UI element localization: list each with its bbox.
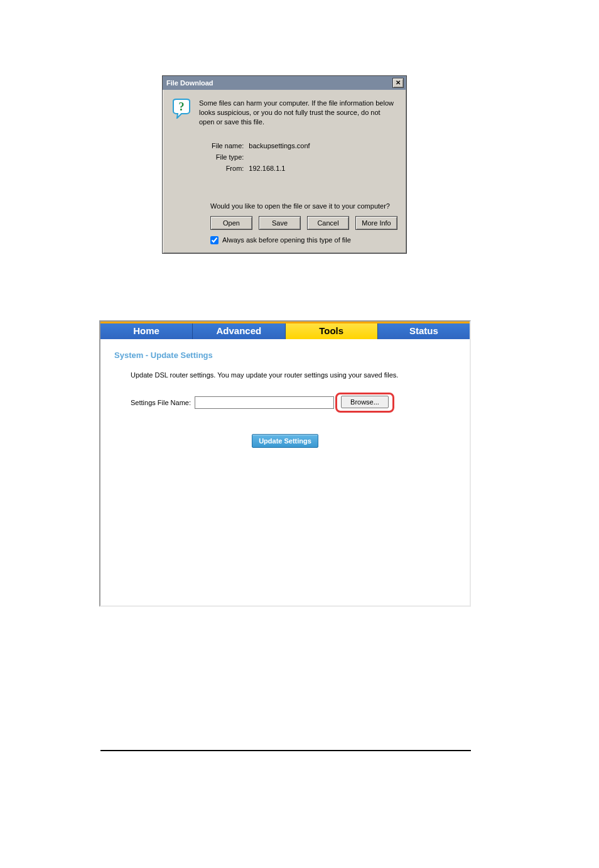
tab-advanced-label: Advanced	[217, 325, 262, 336]
tabbar: Home Advanced Tools Status	[100, 322, 470, 339]
panel-body: System - Update Settings Update DSL rout…	[100, 339, 470, 454]
tab-status[interactable]: Status	[378, 322, 470, 339]
save-button[interactable]: Save	[259, 216, 301, 230]
always-ask-checkbox[interactable]	[210, 236, 219, 244]
settings-file-input[interactable]	[195, 396, 334, 409]
filename-value: backupsettings.conf	[249, 141, 313, 151]
dialog-title: File Download	[166, 79, 213, 87]
dialog-titlebar[interactable]: File Download ✕	[163, 76, 406, 90]
settings-file-label: Settings File Name:	[131, 399, 191, 406]
tab-tools[interactable]: Tools	[286, 322, 378, 339]
filetype-label: File type:	[212, 152, 247, 162]
panel-heading: System - Update Settings	[114, 350, 456, 360]
dialog-button-row: Open Save Cancel More Info	[210, 216, 397, 230]
update-settings-button[interactable]: Update Settings	[252, 434, 318, 448]
router-panel: Home Advanced Tools Status System - Upda…	[99, 320, 471, 607]
always-ask-label: Always ask before opening this type of f…	[222, 236, 351, 244]
settings-file-row: Settings File Name: Browse...	[131, 393, 456, 413]
file-download-dialog: File Download ✕ ? Some files can harm yo…	[162, 75, 407, 254]
always-ask-row: Always ask before opening this type of f…	[210, 236, 397, 244]
filetype-value	[249, 152, 313, 162]
tab-tools-label: Tools	[319, 325, 343, 336]
filename-label: File name:	[212, 141, 247, 151]
browse-button[interactable]: Browse...	[341, 396, 389, 408]
tab-home-label: Home	[133, 325, 159, 336]
tab-status-label: Status	[409, 325, 438, 336]
tab-home[interactable]: Home	[100, 322, 193, 339]
close-button[interactable]: ✕	[392, 78, 404, 88]
dialog-body: ? Some files can harm your computer. If …	[163, 90, 406, 253]
tab-advanced[interactable]: Advanced	[193, 322, 285, 339]
dialog-warning-text: Some files can harm your computer. If th…	[199, 99, 397, 127]
question-icon: ?	[171, 99, 192, 119]
open-button[interactable]: Open	[210, 216, 252, 230]
browse-highlight: Browse...	[335, 393, 394, 413]
from-label: From:	[212, 163, 247, 173]
panel-description: Update DSL router settings. You may upda…	[131, 371, 456, 379]
more-info-button[interactable]: More Info	[355, 216, 397, 230]
dialog-prompt: Would you like to open the file or save …	[210, 202, 397, 210]
horizontal-rule	[100, 750, 471, 751]
from-value: 192.168.1.1	[249, 163, 313, 173]
close-icon: ✕	[396, 80, 401, 86]
cancel-button[interactable]: Cancel	[307, 216, 349, 230]
file-info-table: File name: backupsettings.conf File type…	[210, 139, 315, 175]
svg-text:?: ?	[179, 100, 185, 113]
